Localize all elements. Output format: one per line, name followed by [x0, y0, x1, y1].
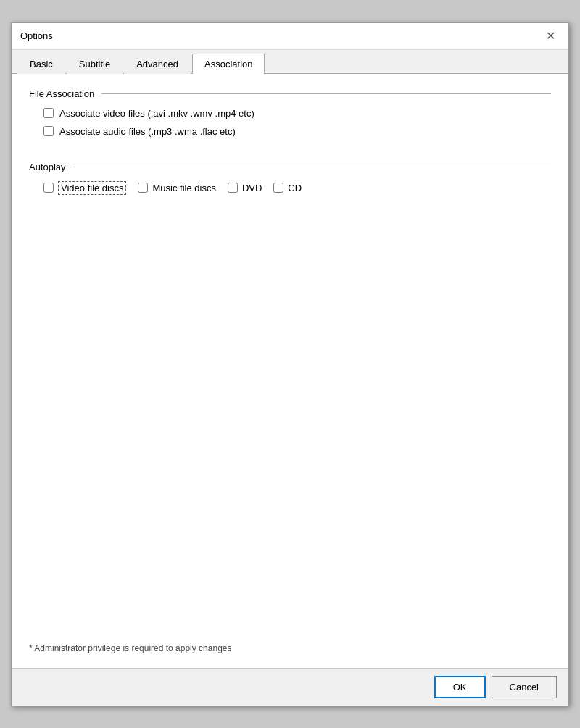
audio-files-row: Associate audio files (.mp3 .wma .flac e…: [44, 126, 551, 137]
file-association-divider: [102, 93, 551, 94]
music-discs-checkbox[interactable]: [138, 183, 148, 193]
file-association-group: File Association Associate video files (…: [29, 88, 551, 144]
video-discs-checkbox[interactable]: [44, 183, 54, 193]
title-bar: Options ✕: [12, 23, 568, 50]
tab-basic[interactable]: Basic: [17, 54, 65, 74]
cd-item: CD: [273, 183, 302, 193]
audio-files-label: Associate audio files (.mp3 .wma .flac e…: [59, 126, 236, 137]
window-title: Options: [20, 30, 53, 41]
autoplay-divider: [73, 167, 551, 167]
options-dialog: Options ✕ Basic Subtitle Advanced Associ…: [11, 22, 569, 706]
dvd-checkbox[interactable]: [228, 183, 238, 193]
video-files-row: Associate video files (.avi .mkv .wmv .m…: [44, 108, 551, 119]
tabs-bar: Basic Subtitle Advanced Association: [12, 50, 568, 74]
cd-checkbox[interactable]: [273, 183, 283, 193]
cancel-button[interactable]: Cancel: [492, 676, 557, 698]
video-discs-label: Video file discs: [58, 181, 126, 195]
video-files-label: Associate video files (.avi .mkv .wmv .m…: [59, 108, 254, 119]
dvd-item: DVD: [228, 183, 262, 193]
autoplay-title: Autoplay: [29, 162, 66, 172]
dialog-content: File Association Associate video files (…: [12, 74, 568, 668]
video-discs-item: Video file discs: [44, 181, 126, 195]
cd-label: CD: [288, 183, 302, 193]
admin-note-text: * Administrator privilege is required to…: [29, 643, 231, 653]
music-discs-label: Music file discs: [152, 183, 215, 193]
footer-note: * Administrator privilege is required to…: [29, 632, 551, 653]
file-association-header: File Association: [29, 88, 551, 99]
ok-button[interactable]: OK: [434, 676, 486, 698]
autoplay-items-row: Video file discs Music file discs DVD CD: [44, 181, 551, 195]
close-button[interactable]: ✕: [542, 29, 560, 43]
file-association-title: File Association: [29, 88, 94, 99]
autoplay-header: Autoplay: [29, 162, 551, 172]
tab-advanced[interactable]: Advanced: [124, 54, 191, 74]
dvd-label: DVD: [242, 183, 262, 193]
video-files-checkbox[interactable]: [44, 108, 54, 118]
music-discs-item: Music file discs: [138, 183, 215, 193]
tab-subtitle[interactable]: Subtitle: [67, 54, 123, 74]
autoplay-group: Autoplay Video file discs Music file dis…: [29, 162, 551, 195]
dialog-footer: OK Cancel: [12, 668, 568, 706]
audio-files-checkbox[interactable]: [44, 126, 54, 136]
tab-association[interactable]: Association: [192, 54, 265, 74]
